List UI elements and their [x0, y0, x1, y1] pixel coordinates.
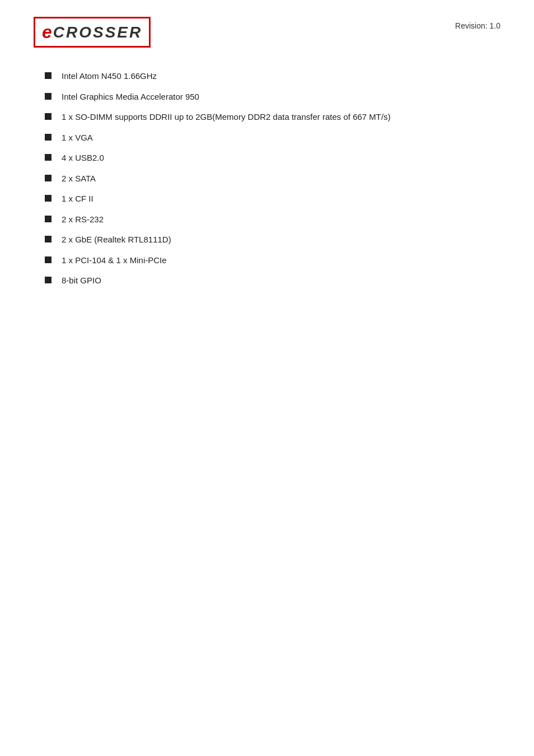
bullet-text: 1 x VGA	[62, 132, 93, 144]
header: e CROSSER Revision: 1.0	[34, 17, 500, 48]
bullet-text: 2 x GbE (Realtek RTL8111D)	[62, 234, 171, 246]
logo-container: e CROSSER	[34, 17, 151, 48]
list-item: 2 x SATA	[45, 172, 500, 185]
bullet-text: 1 x PCI-104 & 1 x Mini-PCIe	[62, 254, 167, 267]
bullet-text: 4 x USB2.0	[62, 152, 104, 165]
features-list: Intel Atom N450 1.66GHzIntel Graphics Me…	[45, 70, 500, 287]
logo-brand-name: CROSSER	[53, 24, 142, 41]
logo-e-letter: e	[42, 22, 52, 43]
list-item: 4 x USB2.0	[45, 152, 500, 165]
list-item: 2 x RS-232	[45, 213, 500, 226]
bullet-text: 8-bit GPIO	[62, 274, 101, 287]
list-item: 1 x VGA	[45, 132, 500, 144]
list-item: 2 x GbE (Realtek RTL8111D)	[45, 234, 500, 246]
list-item: Intel Atom N450 1.66GHz	[45, 70, 500, 83]
list-item: 8-bit GPIO	[45, 274, 500, 287]
bullet-icon	[45, 134, 51, 141]
bullet-icon	[45, 93, 51, 100]
bullet-icon	[45, 175, 51, 181]
bullet-icon	[45, 195, 51, 202]
bullet-icon	[45, 236, 51, 242]
logo-box: e CROSSER	[34, 17, 151, 48]
page: e CROSSER Revision: 1.0 Intel Atom N450 …	[0, 0, 534, 756]
bullet-text: 1 x CF II	[62, 193, 93, 206]
main-content: Intel Atom N450 1.66GHzIntel Graphics Me…	[34, 70, 500, 287]
list-item: 1 x SO-DIMM supports DDRII up to 2GB(Mem…	[45, 111, 500, 124]
bullet-icon	[45, 154, 51, 161]
list-item: 1 x CF II	[45, 193, 500, 206]
bullet-text: 2 x SATA	[62, 172, 96, 185]
list-item: 1 x PCI-104 & 1 x Mini-PCIe	[45, 254, 500, 267]
list-item: Intel Graphics Media Accelerator 950	[45, 91, 500, 104]
bullet-icon	[45, 216, 51, 222]
bullet-text: 2 x RS-232	[62, 213, 104, 226]
bullet-text: 1 x SO-DIMM supports DDRII up to 2GB(Mem…	[62, 111, 391, 124]
bullet-icon	[45, 256, 51, 263]
bullet-text: Intel Graphics Media Accelerator 950	[62, 91, 199, 104]
bullet-text: Intel Atom N450 1.66GHz	[62, 70, 157, 83]
revision-text: Revision: 1.0	[455, 17, 500, 30]
bullet-icon	[45, 72, 51, 79]
bullet-icon	[45, 277, 51, 283]
bullet-icon	[45, 113, 51, 120]
